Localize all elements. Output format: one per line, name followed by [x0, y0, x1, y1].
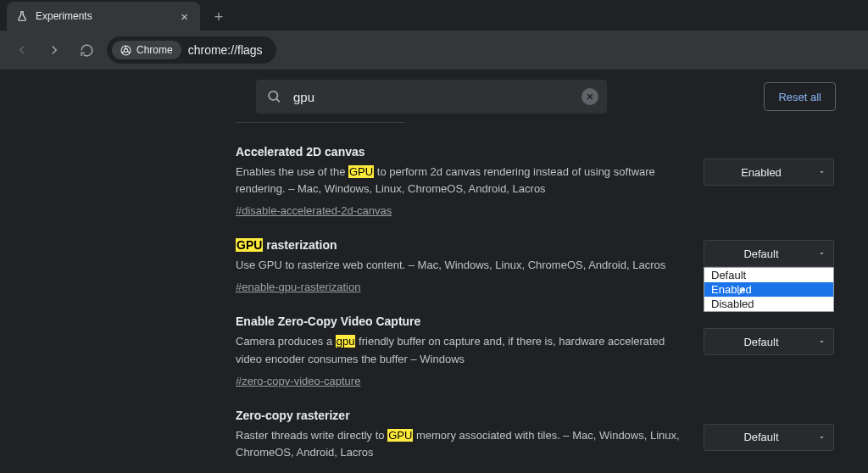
chevron-down-icon [817, 249, 826, 259]
new-tab-button[interactable]: + [207, 5, 231, 29]
flag-description: Use GPU to rasterize web content. – Mac,… [236, 257, 693, 274]
flag-row: Zero-copy rasterizerRaster threads write… [27, 393, 841, 471]
dropdown-option[interactable]: Disabled [704, 297, 833, 311]
flask-icon [15, 9, 29, 23]
flag-dropdown[interactable]: Default [704, 424, 834, 451]
omnibox[interactable]: Chrome chrome://flags [107, 36, 276, 64]
dropdown-value: Default [743, 336, 778, 348]
dropdown-value: Default [743, 248, 778, 260]
search-icon [266, 89, 282, 105]
dropdown-value: Default [743, 431, 778, 443]
dropdown-menu: DefaultEnabled↖Disabled [704, 267, 834, 312]
flag-description: Enables the use of the GPU to perform 2d… [236, 164, 693, 198]
flag-description: Raster threads write directly to GPU mem… [236, 427, 693, 461]
tab-title: Experiments [36, 10, 177, 22]
search-input[interactable] [256, 80, 607, 114]
flag-dropdown[interactable]: Enabled [704, 159, 834, 186]
dropdown-option[interactable]: Default [704, 268, 833, 282]
back-button[interactable] [10, 38, 34, 62]
flag-title: Enable Zero-Copy Video Capture [236, 314, 693, 328]
flag-title: Zero-copy rasterizer [236, 409, 693, 422]
reload-button[interactable] [75, 38, 98, 62]
site-chip-label: Chrome [136, 44, 173, 56]
page-content: Reset all Accelerated 2D canvasEnables t… [0, 70, 868, 473]
url-text: chrome://flags [188, 43, 273, 57]
flag-dropdown[interactable]: Default [704, 240, 834, 267]
titlebar: Experiments × + [0, 0, 868, 31]
flag-title: GPU rasterization [236, 238, 693, 252]
flag-row: Accelerated 2D canvasEnables the use of … [27, 130, 841, 223]
search-wrap [256, 80, 607, 114]
forward-button[interactable] [42, 38, 66, 62]
flag-row: GPU rasterizationUse GPU to rasterize we… [27, 223, 841, 299]
flag-description: Camera produces a gpu friendly buffer on… [236, 333, 693, 367]
flag-anchor-link[interactable]: #enable-gpu-rasterization [236, 281, 360, 293]
flag-dropdown[interactable]: Default [704, 328, 834, 355]
mouse-cursor-icon: ↖ [737, 285, 746, 298]
close-icon[interactable]: × [177, 9, 192, 24]
toolbar: Chrome chrome://flags [0, 31, 868, 70]
chrome-icon [120, 45, 131, 56]
reset-all-button[interactable]: Reset all [764, 82, 836, 111]
svg-point-1 [124, 48, 127, 52]
svg-point-2 [269, 92, 277, 100]
flag-title: Accelerated 2D canvas [236, 145, 693, 159]
flag-row: Enable Zero-Copy Video CaptureCamera pro… [27, 299, 841, 392]
flag-anchor-link[interactable]: #zero-copy-video-capture [236, 375, 360, 387]
browser-tab[interactable]: Experiments × [7, 2, 200, 31]
dropdown-option[interactable]: Enabled↖ [704, 282, 833, 297]
chevron-down-icon [817, 168, 826, 177]
flag-anchor-link[interactable]: #disable-accelerated-2d-canvas [236, 204, 392, 217]
chevron-down-icon [817, 432, 826, 442]
site-chip: Chrome [112, 41, 181, 59]
clear-icon[interactable] [581, 88, 598, 105]
truncated-prev-item [236, 122, 405, 123]
dropdown-value: Enabled [741, 166, 782, 179]
chevron-down-icon [817, 337, 826, 347]
